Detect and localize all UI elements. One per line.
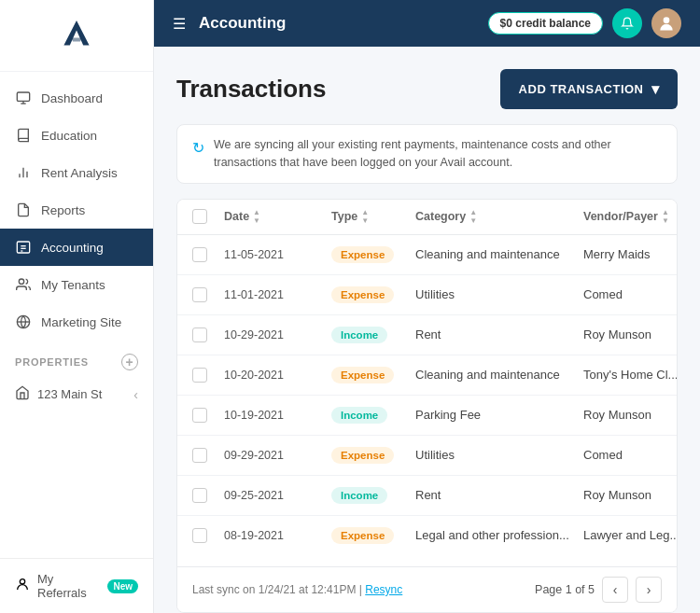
sidebar-item-label: Accounting	[41, 241, 104, 255]
row-type: Income	[331, 407, 415, 424]
menu-icon: ☰	[173, 15, 186, 33]
type-badge: Income	[331, 327, 387, 343]
row-category: Parking Fee	[415, 408, 583, 422]
row-date: 11-01-2021	[224, 288, 331, 301]
category-sort[interactable]: ▲▼	[469, 209, 477, 225]
table-row: 10-19-2021 Income Parking Fee Roy Munson…	[177, 396, 677, 436]
notifications-bell[interactable]	[612, 8, 642, 38]
row-vendor: Tony's Home Cl...	[583, 368, 677, 382]
svg-point-13	[20, 579, 24, 584]
referrals-label: My Referrals	[37, 572, 100, 600]
row-date: 11-05-2021	[224, 248, 331, 261]
sidebar-property-item[interactable]: 123 Main St ‹	[0, 376, 153, 412]
row-vendor: Roy Munson	[583, 488, 677, 502]
last-sync-text: Last sync on 1/24/21 at 12:41PM | Resync	[192, 583, 402, 596]
row-select-checkbox[interactable]	[192, 247, 207, 262]
page-header: Transactions ADD TRANSACTION ▾	[176, 69, 678, 109]
row-select-checkbox[interactable]	[192, 368, 207, 383]
row-category: Rent	[415, 488, 583, 502]
row-category: Cleaning and maintenance	[415, 247, 583, 261]
sidebar-item-education[interactable]: Education	[0, 117, 153, 154]
chart-icon	[15, 164, 32, 181]
type-badge: Expense	[331, 286, 394, 303]
table-row: 09-29-2021 Expense Utilities Comed - $ 4…	[177, 436, 677, 476]
book-icon	[15, 127, 32, 144]
header-checkbox	[192, 209, 224, 224]
file-icon	[15, 202, 32, 218]
sidebar: Dashboard Education Rent Analysis Report…	[0, 0, 154, 613]
table-footer: Last sync on 1/24/21 at 12:41PM | Resync…	[177, 566, 677, 612]
svg-point-14	[664, 17, 670, 23]
row-checkbox	[192, 448, 224, 463]
monitor-icon	[15, 90, 32, 106]
row-checkbox	[192, 327, 224, 342]
app-logo	[58, 17, 95, 54]
properties-section-label: PROPERTIES +	[0, 341, 153, 376]
sync-text: We are syncing all your existing rent pa…	[214, 136, 662, 172]
row-select-checkbox[interactable]	[192, 488, 207, 503]
row-select-checkbox[interactable]	[192, 287, 207, 302]
property-name: 123 Main St	[37, 387, 102, 401]
page-title: Transactions	[176, 75, 326, 104]
header-date: Date ▲▼	[224, 209, 331, 225]
sidebar-item-accounting[interactable]: Accounting	[0, 229, 153, 266]
row-checkbox	[192, 368, 224, 383]
row-vendor: Comed	[583, 287, 677, 301]
table-row: 10-29-2021 Income Rent Roy Munson $ 1,20…	[177, 315, 677, 355]
resync-link[interactable]: Resync	[365, 583, 402, 596]
table-header: Date ▲▼ Type ▲▼ Category ▲▼ Vendor/Payer…	[177, 200, 677, 235]
my-referrals-item[interactable]: My Referrals New	[0, 558, 153, 613]
row-select-checkbox[interactable]	[192, 408, 207, 423]
table-row: 08-19-2021 Expense Legal and other profe…	[177, 516, 677, 555]
svg-rect-6	[17, 242, 29, 253]
previous-page-button[interactable]: ‹	[602, 577, 628, 603]
sidebar-item-reports[interactable]: Reports	[0, 191, 153, 229]
row-checkbox	[192, 408, 224, 423]
add-transaction-button[interactable]: ADD TRANSACTION ▾	[500, 69, 678, 109]
row-category: Utilities	[415, 448, 583, 462]
type-badge: Expense	[331, 447, 394, 464]
header-category: Category ▲▼	[415, 209, 583, 225]
topbar-title: Accounting	[199, 14, 479, 33]
topbar: ☰ Accounting $0 credit balance	[154, 0, 700, 47]
row-select-checkbox[interactable]	[192, 448, 207, 463]
type-sort[interactable]: ▲▼	[361, 209, 369, 225]
row-category: Legal and other profession...	[415, 528, 583, 542]
table-row: 11-05-2021 Expense Cleaning and maintena…	[177, 235, 677, 275]
row-select-checkbox[interactable]	[192, 327, 207, 342]
select-all-checkbox[interactable]	[192, 209, 207, 224]
sync-banner: ↻ We are syncing all your existing rent …	[176, 124, 678, 184]
sidebar-item-dashboard[interactable]: Dashboard	[0, 79, 153, 117]
type-badge: Income	[331, 487, 387, 504]
svg-point-10	[19, 279, 23, 284]
row-checkbox	[192, 528, 224, 543]
row-date: 10-19-2021	[224, 409, 331, 422]
table-row: 09-25-2021 Income Rent Roy Munson $ 1,20…	[177, 476, 677, 516]
add-property-button[interactable]: +	[121, 354, 138, 370]
row-date: 10-20-2021	[224, 369, 331, 382]
row-date: 09-29-2021	[224, 449, 331, 462]
user-avatar[interactable]	[651, 8, 681, 38]
row-type: Expense	[331, 286, 415, 303]
accounting-icon	[15, 239, 32, 256]
main-content: ☰ Accounting $0 credit balance Transacti…	[154, 0, 700, 613]
credit-balance-badge[interactable]: $0 credit balance	[488, 12, 603, 35]
next-page-button[interactable]: ›	[636, 577, 662, 603]
vendor-sort[interactable]: ▲▼	[662, 209, 669, 225]
row-checkbox	[192, 287, 224, 302]
type-badge: Expense	[331, 367, 394, 383]
sidebar-item-label: Dashboard	[41, 91, 103, 105]
chevron-down-icon: ▾	[651, 80, 660, 98]
row-category: Utilities	[415, 287, 583, 301]
sidebar-item-label: Marketing Site	[41, 315, 121, 329]
home-icon	[15, 385, 30, 403]
sidebar-item-my-tenants[interactable]: My Tenants	[0, 266, 153, 303]
row-date: 10-29-2021	[224, 328, 331, 341]
sidebar-item-marketing-site[interactable]: Marketing Site	[0, 303, 153, 341]
date-sort[interactable]: ▲▼	[253, 209, 260, 225]
new-badge: New	[107, 579, 138, 593]
row-select-checkbox[interactable]	[192, 528, 207, 543]
row-type: Expense	[331, 447, 415, 464]
sidebar-item-rent-analysis[interactable]: Rent Analysis	[0, 154, 153, 191]
transactions-table: Date ▲▼ Type ▲▼ Category ▲▼ Vendor/Payer…	[176, 199, 678, 614]
